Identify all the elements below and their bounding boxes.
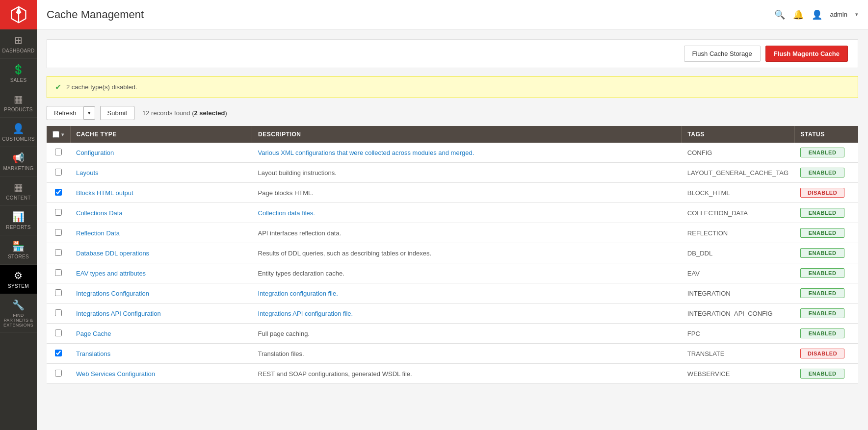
row-checkbox[interactable] (55, 169, 62, 176)
sidebar-item-marketing[interactable]: 📢 MARKETING (0, 147, 37, 177)
row-tags: LAYOUT_GENERAL_CACHE_TAG (682, 163, 794, 183)
sidebar-item-label: STORES (8, 254, 29, 259)
sidebar-item-label: SALES (10, 77, 27, 83)
row-status: DISABLED (794, 344, 858, 364)
row-tags: CONFIG (682, 143, 794, 163)
records-info: 12 records found (2 selected) (142, 109, 227, 117)
table-row: Database DDL operationsResults of DDL qu… (47, 243, 858, 263)
content-area: Flush Cache Storage Flush Magento Cache … (37, 29, 868, 430)
status-badge: ENABLED (800, 268, 844, 278)
row-tags: TRANSLATE (682, 344, 794, 364)
row-description: Page blocks HTML. (252, 183, 682, 203)
content-icon: ▦ (14, 181, 23, 193)
row-cache-type[interactable]: Integrations API Configuration (70, 304, 252, 324)
row-status: ENABLED (794, 223, 858, 243)
row-checkbox[interactable] (55, 249, 62, 256)
sidebar-item-dashboard[interactable]: ⊞ DASHBOARD (0, 29, 37, 59)
row-cache-type[interactable]: Integrations Configuration (70, 283, 252, 304)
sidebar-item-sales[interactable]: 💲 SALES (0, 59, 37, 88)
table-row: Blocks HTML outputPage blocks HTML.BLOCK… (47, 183, 858, 203)
row-cache-type[interactable]: Reflection Data (70, 223, 252, 243)
select-dropdown-arrow[interactable]: ▾ (61, 132, 64, 137)
table-row: Page CacheFull page caching.FPCENABLED (47, 324, 858, 344)
row-tags: COLLECTION_DATA (682, 203, 794, 223)
table-row: EAV types and attributesEntity types dec… (47, 263, 858, 283)
submit-button[interactable]: Submit (100, 106, 134, 120)
table-row: Integrations API ConfigurationIntegratio… (47, 304, 858, 324)
refresh-button[interactable]: Refresh (47, 106, 83, 120)
page-title: Cache Management (47, 8, 144, 21)
status-badge: DISABLED (800, 188, 844, 198)
row-status: ENABLED (794, 263, 858, 283)
flush-cache-storage-button[interactable]: Flush Cache Storage (684, 46, 761, 62)
row-cache-type[interactable]: Blocks HTML output (70, 183, 252, 203)
row-cache-type[interactable]: Web Services Configuration (70, 364, 252, 384)
row-checkbox[interactable] (55, 189, 62, 196)
row-checkbox[interactable] (55, 329, 62, 336)
row-checkbox[interactable] (55, 269, 62, 276)
sidebar-item-products[interactable]: ▦ PRODUCTS (0, 88, 37, 118)
sidebar-item-content[interactable]: ▦ CONTENT (0, 177, 37, 206)
magento-logo (0, 0, 37, 29)
row-cache-type[interactable]: EAV types and attributes (70, 263, 252, 283)
table-body: ConfigurationVarious XML configurations … (47, 143, 858, 384)
products-icon: ▦ (14, 93, 23, 105)
row-description: REST and SOAP configurations, generated … (252, 364, 682, 384)
description-link[interactable]: Collection data files. (258, 209, 315, 217)
row-checkbox[interactable] (55, 229, 62, 236)
row-cache-type[interactable]: Configuration (70, 143, 252, 163)
sidebar-item-customers[interactable]: 👤 CUSTOMERS (0, 118, 37, 147)
row-checkbox[interactable] (55, 209, 62, 216)
row-checkbox-cell (47, 243, 70, 263)
row-tags: REFLECTION (682, 223, 794, 243)
status-badge: ENABLED (800, 228, 844, 238)
status-badge: ENABLED (800, 308, 844, 318)
reports-icon: 📊 (12, 211, 25, 223)
refresh-dropdown-button[interactable]: ▾ (83, 106, 95, 120)
table-row: TranslationsTranslation files.TRANSLATED… (47, 344, 858, 364)
sidebar-item-system[interactable]: ⚙ SYSTEM (0, 265, 37, 294)
description-link[interactable]: Integration configuration file. (258, 290, 338, 297)
th-checkbox: ▾ (47, 126, 70, 143)
row-description: Full page caching. (252, 324, 682, 344)
row-cache-type[interactable]: Translations (70, 344, 252, 364)
admin-menu[interactable]: admin (830, 11, 847, 18)
status-badge: ENABLED (800, 168, 844, 177)
notifications-icon[interactable]: 🔔 (793, 9, 804, 20)
row-checkbox[interactable] (55, 309, 62, 316)
row-tags: FPC (682, 324, 794, 344)
status-badge: ENABLED (800, 208, 844, 218)
sidebar-item-label: FIND PARTNERS & EXTENSIONS (2, 313, 34, 328)
row-status: ENABLED (794, 143, 858, 163)
row-checkbox[interactable] (55, 289, 62, 296)
description-link[interactable]: Integrations API configuration file. (258, 310, 353, 317)
description-link[interactable]: Various XML configurations that were col… (258, 149, 474, 156)
row-cache-type[interactable]: Database DDL operations (70, 243, 252, 263)
flush-magento-cache-button[interactable]: Flush Magento Cache (765, 46, 848, 62)
row-description: Layout building instructions. (252, 163, 682, 183)
status-badge: ENABLED (800, 329, 844, 338)
search-icon[interactable]: 🔍 (774, 9, 785, 20)
notice-text: 2 cache type(s) disabled. (66, 83, 137, 91)
sidebar: ⊞ DASHBOARD 💲 SALES ▦ PRODUCTS 👤 CUSTOME… (0, 0, 37, 430)
row-description: API interfaces reflection data. (252, 223, 682, 243)
row-checkbox[interactable] (55, 350, 62, 356)
cache-table: ▾ Cache Type Description Tags Status Con… (47, 126, 858, 384)
sidebar-item-find[interactable]: 🔧 FIND PARTNERS & EXTENSIONS (0, 294, 37, 333)
status-badge: ENABLED (800, 248, 844, 258)
sidebar-item-stores[interactable]: 🏪 STORES (0, 235, 37, 265)
table-row: Collections DataCollection data files.CO… (47, 203, 858, 223)
row-cache-type[interactable]: Collections Data (70, 203, 252, 223)
sales-icon: 💲 (12, 64, 25, 76)
row-checkbox[interactable] (55, 370, 62, 377)
admin-dropdown-icon[interactable]: ▾ (855, 11, 858, 18)
select-all-checkbox[interactable] (53, 131, 59, 138)
row-checkbox-cell (47, 364, 70, 384)
row-cache-type[interactable]: Page Cache (70, 324, 252, 344)
row-description: Integration configuration file. (252, 283, 682, 304)
row-description: Translation files. (252, 344, 682, 364)
row-checkbox[interactable] (55, 149, 62, 155)
sidebar-item-reports[interactable]: 📊 REPORTS (0, 206, 37, 235)
row-cache-type[interactable]: Layouts (70, 163, 252, 183)
action-bar: Flush Cache Storage Flush Magento Cache (47, 39, 858, 68)
